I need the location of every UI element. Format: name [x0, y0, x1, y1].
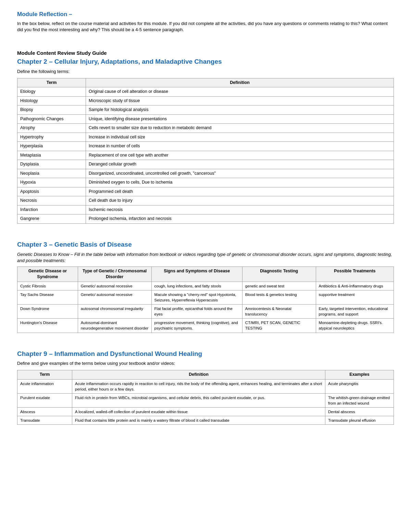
- signs-cell: Flat facial profile, epicanthal folds ar…: [151, 305, 242, 319]
- def-cell: A localized, walled-off collection of pu…: [72, 408, 325, 416]
- table-row: Necrosis Cell death due to injury: [17, 196, 394, 206]
- chapter3-col-signs: Signs and Symptoms of Disease: [151, 267, 242, 282]
- examples-cell: Dental abscess: [325, 408, 394, 416]
- term-cell: Histology: [17, 96, 86, 106]
- chapter3-table: Genetic Disease or Syndrome Type of Gene…: [17, 267, 394, 333]
- examples-cell: Transudate pleural effusion: [325, 416, 394, 425]
- disease-cell: Tay Sachs Disease: [17, 290, 78, 305]
- table-row: Pathognomic Changes Unique, identifying …: [17, 114, 394, 124]
- table-row: Hypoxia Diminished oxygen to cells, Due …: [17, 178, 394, 187]
- term-cell: Hypoxia: [17, 178, 86, 187]
- chapter3-section: Chapter 3 – Genetic Basis of Disease Gen…: [17, 240, 394, 333]
- def-cell: Sample for histological analysis: [86, 106, 394, 115]
- type-cell: Genetic/ autosomal recessive: [78, 282, 151, 290]
- def-cell: Increase in number of cells: [86, 142, 394, 151]
- chapter3-col-disease: Genetic Disease or Syndrome: [17, 267, 78, 282]
- def-cell: Fluid rich in protein from WBCs, microbi…: [72, 394, 325, 408]
- module-reflection-section: Module Reflection – In the box below, re…: [17, 10, 394, 33]
- table-row: Hypertrophy Increase in individual cell …: [17, 133, 394, 142]
- diag-cell: genetic and sweat test: [242, 282, 316, 290]
- def-cell: Prolonged ischemia, infarction and necro…: [86, 214, 394, 224]
- chapter2-col-term: Term: [17, 78, 86, 87]
- examples-cell: The whitish-green drainage emitted from …: [325, 394, 394, 408]
- term-cell: Infarction: [17, 205, 86, 214]
- signs-cell: cough, lung infections, and fatty stools: [151, 282, 242, 290]
- treat-cell: Monoamine-depleting drugs. SSRI's. atypi…: [316, 319, 394, 333]
- table-row: Transudate Fluid that contains little pr…: [17, 416, 394, 425]
- def-cell: Acute inflammation occurs rapidly in rea…: [72, 379, 325, 393]
- table-row: Cystic Fibrosis Genetic/ autosomal reces…: [17, 282, 394, 290]
- table-row: Purulent exudate Fluid rich in protein f…: [17, 394, 394, 408]
- table-row: Dysplasia Deranged cellular growth: [17, 160, 394, 169]
- term-cell: Transudate: [17, 416, 72, 425]
- table-row: Metaplasia Replacement of one cell type …: [17, 151, 394, 160]
- chapter2-table: Term Definition Etiology Original cause …: [17, 78, 394, 224]
- def-cell: Fluid that contains little protein and i…: [72, 416, 325, 425]
- chapter3-col-treat: Possible Treatments: [316, 267, 394, 282]
- chapter2-section: Module Content Review Study Guide Chapte…: [17, 49, 394, 224]
- disease-cell: Cystic Fibrosis: [17, 282, 78, 290]
- signs-cell: progressive movement, thinking (cognitiv…: [151, 319, 242, 333]
- treat-cell: Antibiotics & Anti-Inflammatory drugs: [316, 282, 394, 290]
- def-cell: Ischemic necrosis: [86, 205, 394, 214]
- term-cell: Apoptosis: [17, 187, 86, 196]
- table-row: Atrophy Cells revert to smaller size due…: [17, 124, 394, 133]
- chapter2-instruction: Define the following terms:: [17, 69, 394, 75]
- def-cell: Deranged cellular growth: [86, 160, 394, 169]
- chapter2-title: Chapter 2 – Cellular Injury, Adaptations…: [17, 57, 394, 66]
- table-row: Gangrene Prolonged ischemia, infarction …: [17, 214, 394, 224]
- treat-cell: supportive treatment: [316, 290, 394, 305]
- def-cell: Diminished oxygen to cells, Due to ische…: [86, 178, 394, 187]
- def-cell: Microscopic study of tissue: [86, 96, 394, 106]
- term-cell: Etiology: [17, 87, 86, 97]
- chapter2-col-def: Definition: [86, 78, 394, 87]
- term-cell: Hypertrophy: [17, 133, 86, 142]
- type-cell: Genetic/ autosomal recessive: [78, 290, 151, 305]
- table-row: Hyperplasia Increase in number of cells: [17, 142, 394, 151]
- diag-cell: CT/MRI, PET SCAN, GENETIC TESTING: [242, 319, 316, 333]
- chapter2-subtitle: Module Content Review Study Guide: [17, 49, 394, 57]
- chapter3-intro: Genetic Diseases to Know – Fill in the t…: [17, 251, 394, 264]
- term-cell: Metaplasia: [17, 151, 86, 160]
- diag-cell: Blood tests & genetics testing: [242, 290, 316, 305]
- table-row: Huntington's Disease Autosomal-dominant …: [17, 319, 394, 333]
- chapter9-instruction: Define and give examples of the terms be…: [17, 360, 394, 367]
- term-cell: Neoplasia: [17, 169, 86, 178]
- def-cell: Cell death due to injury: [86, 196, 394, 206]
- term-cell: Gangrene: [17, 214, 86, 224]
- term-cell: Pathognomic Changes: [17, 114, 86, 124]
- table-row: Biopsy Sample for histological analysis: [17, 106, 394, 115]
- type-cell: Autosomal-dominant neurodegenerative mov…: [78, 319, 151, 333]
- type-cell: autosomal chromosomal irregularity: [78, 305, 151, 319]
- chapter3-title: Chapter 3 – Genetic Basis of Disease: [17, 240, 394, 249]
- def-cell: Replacement of one cell type with anothe…: [86, 151, 394, 160]
- disease-cell: Huntington's Disease: [17, 319, 78, 333]
- term-cell: Dysplasia: [17, 160, 86, 169]
- def-cell: Disorganized, uncoordinated, uncontrolle…: [86, 169, 394, 178]
- table-row: Infarction Ischemic necrosis: [17, 205, 394, 214]
- chapter9-col-term: Term: [17, 370, 72, 380]
- def-cell: Cells revert to smaller size due to redu…: [86, 124, 394, 133]
- def-cell: Increase in individual cell size: [86, 133, 394, 142]
- term-cell: Atrophy: [17, 124, 86, 133]
- table-row: Acute inflammation Acute inflammation oc…: [17, 379, 394, 393]
- diag-cell: Amniocentesis & Neonatal translucency: [242, 305, 316, 319]
- module-reflection-body: In the box below, reflect on the course …: [17, 21, 394, 33]
- treat-cell: Early, targeted intervention, educationa…: [316, 305, 394, 319]
- table-row: Neoplasia Disorganized, uncoordinated, u…: [17, 169, 394, 178]
- table-row: Abscess A localized, walled-off collecti…: [17, 408, 394, 416]
- chapter3-col-diag: Diagnostic Testing: [242, 267, 316, 282]
- term-cell: Hyperplasia: [17, 142, 86, 151]
- examples-cell: Acute pharyngitis: [325, 379, 394, 393]
- term-cell: Necrosis: [17, 196, 86, 206]
- chapter9-col-examples: Examples: [325, 370, 394, 380]
- term-cell: Purulent exudate: [17, 394, 72, 408]
- table-row: Etiology Original cause of cell alterati…: [17, 87, 394, 97]
- signs-cell: Macule showing a "cherry-red" spot Hypot…: [151, 290, 242, 305]
- term-cell: Abscess: [17, 408, 72, 416]
- table-row: Tay Sachs Disease Genetic/ autosomal rec…: [17, 290, 394, 305]
- def-cell: Programmed cell death: [86, 187, 394, 196]
- chapter9-col-def: Definition: [72, 370, 325, 380]
- table-row: Apoptosis Programmed cell death: [17, 187, 394, 196]
- term-cell: Biopsy: [17, 106, 86, 115]
